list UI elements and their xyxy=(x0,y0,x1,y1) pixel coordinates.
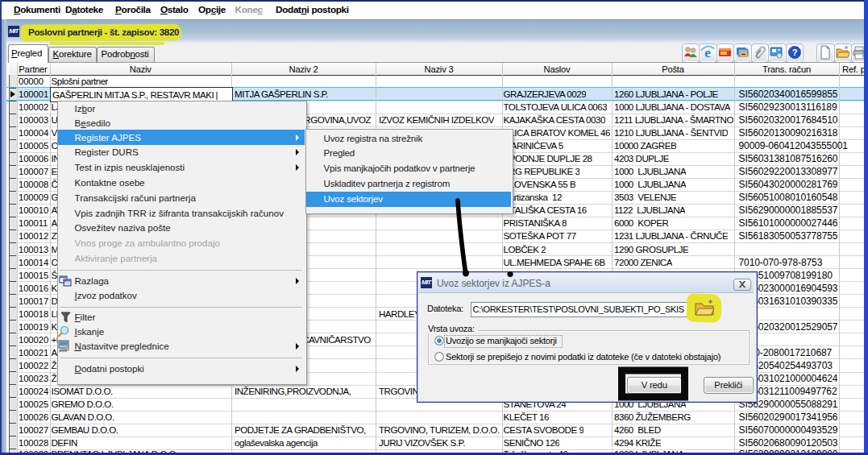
svg-text:?: ? xyxy=(62,278,66,285)
svg-text:?: ? xyxy=(791,48,797,57)
